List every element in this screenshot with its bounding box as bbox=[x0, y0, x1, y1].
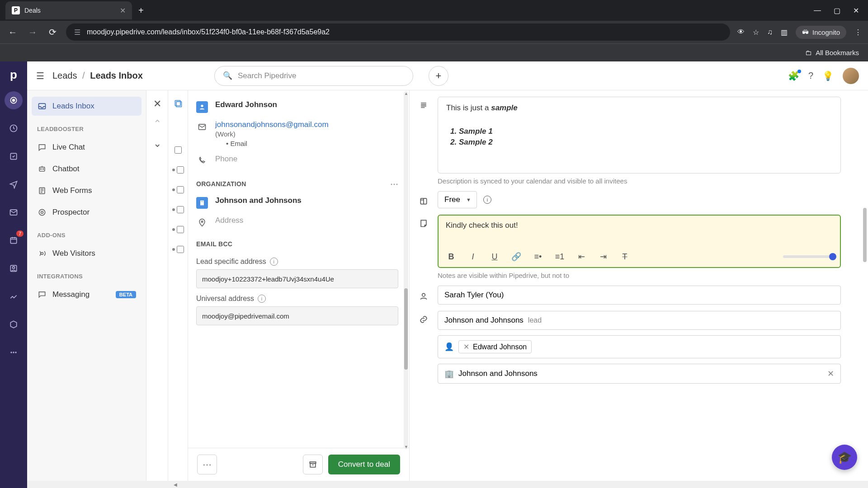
side-panel-icon[interactable]: ▥ bbox=[781, 28, 788, 37]
all-bookmarks-link[interactable]: All Bookmarks bbox=[816, 49, 859, 56]
remove-chip-icon[interactable]: ✕ bbox=[463, 343, 469, 351]
search-input[interactable]: 🔍 Search Pipedrive bbox=[214, 66, 413, 86]
lead-checkbox[interactable] bbox=[172, 239, 184, 259]
eye-off-icon[interactable]: 👁 bbox=[737, 28, 745, 36]
scrollbar-thumb[interactable] bbox=[404, 288, 408, 370]
back-button[interactable]: ← bbox=[6, 27, 19, 38]
sidebar-item-messaging[interactable]: Messaging BETA bbox=[32, 285, 142, 304]
desc-text: This is just a bbox=[446, 103, 491, 112]
forward-button[interactable]: → bbox=[26, 27, 39, 38]
nav-more-icon[interactable] bbox=[5, 343, 23, 361]
universal-address-input[interactable] bbox=[196, 306, 398, 325]
info-icon[interactable]: i bbox=[258, 295, 266, 303]
prev-lead-icon[interactable]: ⌃ bbox=[149, 116, 165, 132]
outdent-button[interactable]: ⇤ bbox=[576, 252, 587, 262]
archive-button[interactable] bbox=[303, 455, 323, 474]
tab-title: Deals bbox=[24, 7, 115, 14]
app-logo[interactable]: p bbox=[7, 68, 20, 81]
nav-deals-icon[interactable] bbox=[5, 119, 23, 137]
info-icon[interactable]: i bbox=[270, 258, 278, 266]
underline-button[interactable]: U bbox=[489, 252, 500, 262]
owner-select[interactable]: Sarah Tyler (You) bbox=[438, 286, 841, 305]
link-button[interactable]: 🔗 bbox=[511, 252, 522, 262]
close-window-icon[interactable]: ✕ bbox=[853, 6, 859, 15]
address-placeholder[interactable]: Address bbox=[215, 216, 243, 225]
nav-mail-icon[interactable] bbox=[5, 203, 23, 221]
nav-contacts-icon[interactable] bbox=[5, 259, 23, 277]
detail-scrollbar[interactable]: ▲ ▼ bbox=[404, 91, 408, 449]
maximize-icon[interactable]: ▢ bbox=[834, 6, 840, 15]
detail-footer: ⋯ Convert to deal bbox=[188, 448, 409, 481]
browser-menu-icon[interactable]: ⋮ bbox=[854, 28, 862, 37]
bullet-list-button[interactable]: ≡• bbox=[533, 252, 543, 262]
lead-checkbox[interactable] bbox=[175, 140, 182, 160]
indent-button[interactable]: ⇥ bbox=[598, 252, 609, 262]
sidebar-item-chatbot[interactable]: Chatbot bbox=[32, 160, 142, 178]
note-text[interactable]: Kindly check this out! bbox=[439, 216, 840, 248]
bold-button[interactable]: B bbox=[446, 252, 457, 262]
browser-tab[interactable]: P Deals ✕ bbox=[5, 1, 132, 19]
contact-name[interactable]: Edward Johnson bbox=[215, 100, 277, 109]
lead-address-input[interactable] bbox=[196, 269, 398, 288]
lead-checkbox[interactable] bbox=[172, 180, 184, 200]
nav-insights-icon[interactable] bbox=[5, 287, 23, 305]
contact-email[interactable]: johnsonandjohnsons@gmail.com bbox=[215, 120, 329, 129]
more-actions-button[interactable]: ⋯ bbox=[197, 455, 217, 474]
sidebar-toggle-icon[interactable]: ☰ bbox=[36, 70, 44, 81]
bookmark-star-icon[interactable]: ☆ bbox=[753, 28, 759, 37]
sidebar-item-webvisitors[interactable]: Web Visitors bbox=[32, 244, 142, 263]
sidebar-item-livechat[interactable]: Live Chat bbox=[32, 138, 142, 157]
sidebar-item-webforms[interactable]: Web Forms bbox=[32, 181, 142, 200]
org-menu-icon[interactable]: ⋯ bbox=[390, 179, 398, 189]
availability-select[interactable]: Free bbox=[438, 191, 477, 208]
help-icon[interactable]: ? bbox=[808, 70, 813, 81]
minimize-icon[interactable]: — bbox=[814, 6, 821, 15]
close-detail-icon[interactable]: ✕ bbox=[149, 96, 165, 112]
tips-icon[interactable]: 💡 bbox=[822, 70, 834, 81]
org-name[interactable]: Johnson and Johnsons bbox=[215, 196, 302, 205]
reload-button[interactable]: ⟳ bbox=[46, 27, 59, 38]
description-editor[interactable]: This is just a sample Sample 1 Sample 2 bbox=[438, 97, 841, 174]
linked-org-box[interactable]: 🏢 Johnson and Johnsons ✕ bbox=[438, 364, 841, 384]
nav-activities-icon[interactable]: 7 bbox=[5, 231, 23, 249]
nav-campaigns-icon[interactable] bbox=[5, 175, 23, 193]
lead-checkbox[interactable] bbox=[172, 220, 184, 239]
extensions-icon[interactable]: 🧩 bbox=[788, 70, 799, 81]
next-lead-icon[interactable]: ⌄ bbox=[149, 136, 165, 152]
linked-deal-box[interactable]: Johnson and Johnsons lead bbox=[438, 311, 841, 330]
lead-checkbox[interactable] bbox=[172, 200, 184, 220]
avatar[interactable] bbox=[843, 68, 859, 84]
academy-fab[interactable]: 🎓 bbox=[832, 445, 857, 470]
nav-leads-icon[interactable] bbox=[5, 91, 23, 109]
scrollbar-thumb[interactable] bbox=[863, 208, 867, 262]
sidebar-item-inbox[interactable]: Leads Inbox bbox=[32, 97, 142, 116]
italic-button[interactable]: I bbox=[467, 252, 478, 262]
new-tab-button[interactable]: + bbox=[138, 5, 144, 16]
number-list-button[interactable]: ≡1 bbox=[554, 252, 565, 262]
bottom-scrollbar[interactable]: ◀ bbox=[27, 481, 868, 488]
gauge-handle-icon[interactable] bbox=[829, 253, 836, 260]
media-icon[interactable]: ♫ bbox=[767, 28, 773, 36]
nav-projects-icon[interactable] bbox=[5, 147, 23, 165]
right-scrollbar[interactable] bbox=[863, 91, 867, 480]
linked-person-box[interactable]: 👤 ✕ Edward Johnson bbox=[438, 335, 841, 358]
note-size-gauge[interactable] bbox=[783, 255, 833, 258]
sidebar-item-prospector[interactable]: Prospector bbox=[32, 203, 142, 222]
person-chip[interactable]: ✕ Edward Johnson bbox=[458, 340, 532, 353]
clear-format-button[interactable]: T bbox=[619, 252, 630, 262]
phone-placeholder[interactable]: Phone bbox=[215, 155, 237, 164]
info-icon[interactable]: i bbox=[483, 196, 491, 204]
clear-org-icon[interactable]: ✕ bbox=[827, 369, 834, 379]
scroll-up-icon[interactable]: ▲ bbox=[404, 91, 408, 96]
note-editor[interactable]: Kindly check this out! B I U 🔗 ≡• ≡1 ⇤ ⇥ bbox=[438, 215, 841, 268]
lead-checkbox[interactable] bbox=[172, 160, 184, 180]
close-tab-icon[interactable]: ✕ bbox=[120, 6, 126, 15]
convert-to-deal-button[interactable]: Convert to deal bbox=[328, 455, 400, 474]
breadcrumb-root[interactable]: Leads bbox=[52, 70, 77, 80]
add-button[interactable]: + bbox=[429, 66, 448, 86]
scroll-down-icon[interactable]: ▼ bbox=[404, 445, 408, 449]
nav-products-icon[interactable] bbox=[5, 315, 23, 333]
scroll-left-icon[interactable]: ◀ bbox=[174, 482, 177, 487]
site-settings-icon[interactable]: ☰ bbox=[74, 28, 80, 37]
url-bar[interactable]: ☰ moodjoy.pipedrive.com/leads/inbox/51f2… bbox=[66, 23, 730, 41]
